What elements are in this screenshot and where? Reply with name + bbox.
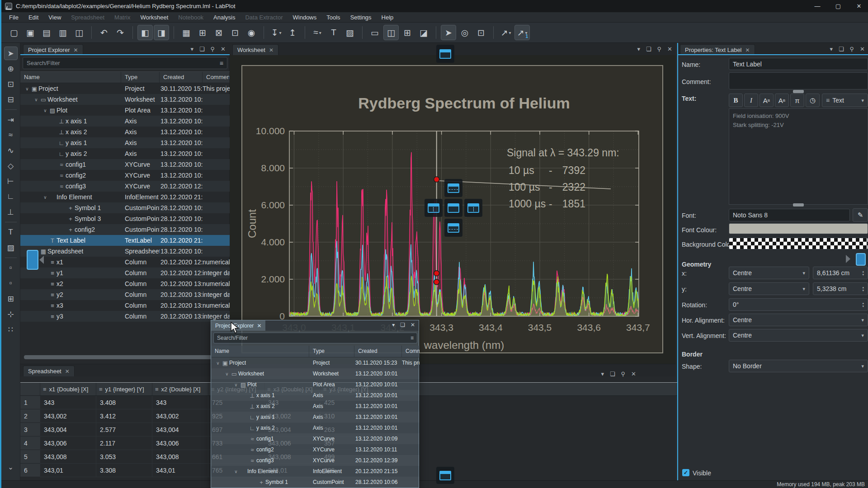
tree-row-config3[interactable]: ≈config3XYCurve20.12.2020 12:39 <box>20 181 230 192</box>
tree-row-y1[interactable]: ≡y1Column20.12.2020 12:39integer da <box>20 267 230 278</box>
tree-row-y-axis-1[interactable]: ∟y axis 1Axis13.12.2020 10:01 <box>211 412 420 422</box>
tree-row-x-axis-1[interactable]: ⊥x axis 1Axis13.12.2020 10:01 <box>211 390 420 401</box>
layout-four-button[interactable]: ⊞ <box>400 25 415 40</box>
tree-row-x-axis-1[interactable]: ⊥x axis 1Axis13.12.2020 10:01 <box>20 116 230 127</box>
rotation-spinbox[interactable]: 0°▴▾ <box>729 298 868 311</box>
expander-icon[interactable]: ∨ <box>224 371 230 376</box>
tree-row-x-axis-2[interactable]: ⊥x axis 2Axis13.12.2020 10:01 <box>20 127 230 137</box>
x-position-combo[interactable]: Centre▾ <box>729 267 809 279</box>
row-number[interactable]: 4 <box>20 436 40 450</box>
cell[interactable]: 343,002 <box>152 409 208 423</box>
cell[interactable]: 3.308 <box>96 464 152 477</box>
tree-row-text-label[interactable]: TText LabelTextLabel20.12.2020 21:13 <box>20 235 230 246</box>
dock-float-icon[interactable]: ❏ <box>646 46 651 52</box>
dock-pin-icon[interactable]: ⚲ <box>621 371 626 377</box>
resize-grip[interactable] <box>793 203 804 206</box>
name-field[interactable]: Text Label <box>729 58 868 70</box>
dock-pin-icon[interactable]: ⚲ <box>211 46 215 52</box>
menu-help[interactable]: Help <box>377 13 399 22</box>
filter-icon[interactable]: ≡ <box>220 60 223 67</box>
tree-row-x-axis-2[interactable]: ⊥x axis 2Axis13.12.2020 10:01 <box>211 401 420 412</box>
layout-edit-button[interactable]: ◪ <box>416 25 431 40</box>
tree-row-symbol-1[interactable]: +Symbol 1CustomPoint28.12.2020 10:06 <box>211 477 420 488</box>
superscript-button[interactable]: AB <box>760 94 774 107</box>
dock-close-icon[interactable]: ✕ <box>221 46 226 52</box>
tree-row-y-axis-2[interactable]: ∟y axis 2Axis13.12.2020 10:01 <box>211 422 420 433</box>
layout-two-button[interactable]: ◫ <box>383 25 399 40</box>
tree-row-config3[interactable]: ≈config3XYCurve20.12.2020 12:39 <box>211 455 420 466</box>
zoom-fit-button[interactable]: ↗▾ <box>498 25 514 40</box>
dock-menu-icon[interactable]: ▾ <box>830 46 833 52</box>
expander-icon[interactable]: ∨ <box>42 195 48 200</box>
font-edit-button[interactable]: ✎ <box>853 208 868 222</box>
text-edit-area[interactable]: Field ionisation: 900V Stark splitting: … <box>729 108 868 205</box>
ws-axis-v-button[interactable]: ∟ <box>4 190 18 203</box>
cell[interactable]: 3.408 <box>96 396 152 409</box>
import-button[interactable]: ↧▾ <box>269 25 284 40</box>
toolbar-overflow-chevron-icon[interactable]: ⌄ <box>4 460 18 474</box>
visible-checkbox[interactable]: ✓ <box>682 469 689 476</box>
cell[interactable]: 343,002 <box>40 409 96 423</box>
new-worksheet-button[interactable]: ⊡ <box>227 25 243 40</box>
x-value-spinbox[interactable]: 8,61136 cm▴▾ <box>813 267 868 279</box>
ws-add-axis-button[interactable]: ⇥ <box>4 113 18 127</box>
datetime-button[interactable]: ◷ <box>806 94 820 107</box>
ws-select-rect2-button[interactable]: ▫ <box>4 277 18 290</box>
expander-icon[interactable]: ∨ <box>215 361 221 366</box>
dock-close-icon[interactable]: ✕ <box>631 371 636 377</box>
new-image-button[interactable]: ▨ <box>342 25 358 40</box>
new-matrix-button[interactable]: ⊠ <box>211 25 226 40</box>
menu-edit[interactable]: Edit <box>24 13 43 22</box>
tree-row-plot[interactable]: ∨▨PlotPlot Area13.12.2020 10:01 <box>20 105 230 116</box>
tree-row-y-axis-1[interactable]: ∟y axis 1Axis13.12.2020 10:01 <box>20 137 230 148</box>
ws-zoom-out-button[interactable]: ∷ <box>4 323 18 336</box>
tree-row-info-element[interactable]: ∨Info ElementInfoElement20.12.2020 21:15 <box>20 192 230 202</box>
ws-select-arrow-button[interactable]: ➤ <box>4 47 18 60</box>
ws-image-button[interactable]: ▨ <box>4 241 18 254</box>
maximize-button[interactable]: ▢ <box>828 0 849 12</box>
cell[interactable]: 343 <box>152 396 208 409</box>
ws-add-curve-button[interactable]: ≈ <box>4 128 18 142</box>
tree-row-config2[interactable]: ≈config2XYCurve13.12.2020 10:11 <box>20 170 230 181</box>
cell[interactable]: 2.577 <box>96 423 152 436</box>
dock-close-icon[interactable]: ✕ <box>410 322 415 328</box>
navigate-mode-button[interactable]: ◎ <box>457 25 472 40</box>
tree-row-x2[interactable]: ≡x2Column20.12.2020 13:55numerical <box>20 278 230 289</box>
y-value-spinbox[interactable]: 5,3238 cm▴▾ <box>813 282 868 295</box>
select-mode-button[interactable]: ➤ <box>441 25 456 40</box>
expander-icon[interactable]: ∨ <box>24 86 30 91</box>
row-number[interactable]: 3 <box>20 423 40 436</box>
expander-icon[interactable]: ∨ <box>42 108 48 113</box>
cell[interactable]: 343,01 <box>152 464 208 477</box>
ws-zoom-region-button[interactable]: ⊡ <box>4 77 18 91</box>
row-number[interactable]: 5 <box>20 450 40 464</box>
font-colour-swatch[interactable] <box>729 223 868 234</box>
print-button[interactable]: ▥ <box>55 25 71 40</box>
cell[interactable]: 343,01 <box>40 464 96 477</box>
comment-field[interactable] <box>729 72 868 89</box>
expander-icon[interactable]: ∨ <box>233 469 239 474</box>
tree-row-project[interactable]: ∨▣ProjectProject30.11.2020 15:23This pro… <box>20 83 230 94</box>
cell[interactable]: 3.412 <box>96 409 152 423</box>
dock-pin-icon[interactable]: ⚲ <box>850 46 854 52</box>
cell[interactable]: 343,004 <box>152 423 208 436</box>
ws-zoom-in-button[interactable]: ⊹ <box>4 307 18 321</box>
menu-windows[interactable]: Windows <box>288 13 322 22</box>
export-button[interactable]: ↥ <box>285 25 300 40</box>
dock-menu-icon[interactable]: ▾ <box>392 322 395 328</box>
ws-axis-box-button[interactable]: ⊥ <box>4 205 18 219</box>
ws-grid-button[interactable]: ⊞ <box>4 292 18 305</box>
tab-worksheet[interactable]: Worksheet ✕ <box>232 44 278 55</box>
redo-button[interactable]: ↷ <box>113 25 128 40</box>
ws-text-label-button[interactable]: T <box>4 225 18 239</box>
font-field[interactable]: Noto Sans 8 <box>729 209 850 221</box>
new-notebook-button[interactable]: ◉ <box>244 25 259 40</box>
new-project-button[interactable]: ▢ <box>6 25 22 40</box>
dock-close-icon[interactable]: ✕ <box>860 46 865 52</box>
menu-file[interactable]: File <box>4 13 24 22</box>
close-icon[interactable]: ✕ <box>73 47 78 53</box>
minimize-button[interactable]: — <box>807 0 828 12</box>
cell[interactable]: 3.053 <box>96 450 152 464</box>
close-icon[interactable]: ✕ <box>257 323 261 329</box>
dock-menu-icon[interactable]: ▾ <box>601 371 604 377</box>
